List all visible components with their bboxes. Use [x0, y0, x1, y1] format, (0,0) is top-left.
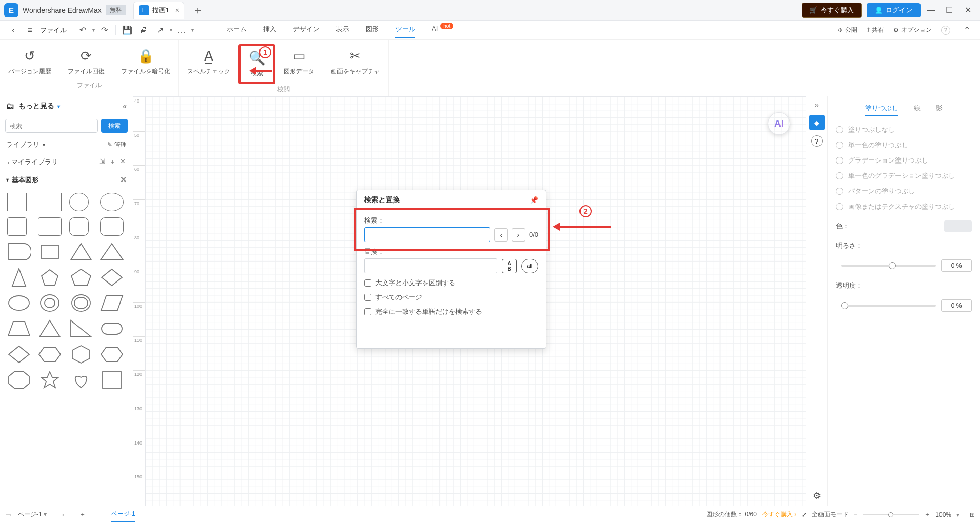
fill-pattern-radio[interactable]: パターンの塗りつぶし: [836, 187, 972, 196]
close-icon[interactable]: ✕: [120, 157, 126, 167]
shape-trapezoid[interactable]: [7, 319, 31, 338]
library-label[interactable]: ライブラリ: [6, 140, 39, 149]
zoom-slider[interactable]: [863, 514, 919, 515]
fill-image-radio[interactable]: 画像またはテクスチャの塗りつぶし: [836, 202, 972, 211]
shape-hexagon[interactable]: [69, 345, 93, 364]
menu-tab-ai[interactable]: AIhot: [432, 22, 453, 38]
chevron-down-icon[interactable]: ▾: [6, 177, 9, 183]
shape-rectangle[interactable]: [38, 193, 62, 211]
save-icon[interactable]: 💾: [120, 23, 134, 37]
rp-tab-line[interactable]: 線: [914, 102, 921, 116]
shape-frame[interactable]: [38, 242, 62, 262]
spellcheck-button[interactable]: A̲スペルチェック: [179, 44, 238, 84]
shape-triangle-2[interactable]: [38, 319, 62, 338]
shape-double-circle[interactable]: [38, 293, 62, 313]
sidebar-search-input[interactable]: [5, 119, 98, 133]
minimize-icon[interactable]: —: [923, 3, 939, 17]
buy-link[interactable]: 今すぐ購入 ›: [762, 510, 796, 519]
fit-icon[interactable]: ⤢: [802, 511, 807, 518]
close-tab-icon[interactable]: ×: [175, 6, 179, 14]
export-icon[interactable]: ↗: [153, 23, 167, 37]
undo-icon[interactable]: ↶: [75, 23, 90, 37]
shape-circle[interactable]: [69, 193, 89, 211]
close-window-icon[interactable]: ✕: [959, 3, 976, 17]
shape-square-thick[interactable]: [100, 370, 124, 390]
buy-now-button[interactable]: 今すぐ購入: [802, 3, 862, 18]
version-history-button[interactable]: ↺バージョン履歴: [0, 44, 59, 80]
login-button[interactable]: ログイン: [867, 3, 921, 17]
prev-page-icon[interactable]: ‹: [62, 511, 64, 518]
shape-square[interactable]: [7, 193, 27, 211]
shape-stadium[interactable]: [100, 319, 124, 338]
replace-all-button[interactable]: all: [521, 259, 538, 273]
options-button[interactable]: ⚙オプション: [893, 26, 932, 34]
zoom-value[interactable]: 100%: [935, 511, 951, 518]
shape-ellipse-2[interactable]: [7, 293, 31, 313]
menu-tab-design[interactable]: デザイン: [293, 22, 319, 38]
help-icon[interactable]: ?: [941, 26, 950, 35]
menu-tab-insert[interactable]: 挿入: [263, 22, 276, 38]
shape-octagon[interactable]: [7, 370, 31, 390]
file-recovery-button[interactable]: ⟳ファイル回復: [59, 44, 113, 80]
settings-icon[interactable]: ⚙: [809, 486, 825, 506]
shape-rounded-square[interactable]: [7, 217, 27, 236]
add-icon[interactable]: ＋: [109, 157, 116, 167]
print-icon[interactable]: 🖨: [136, 23, 151, 37]
page-selector[interactable]: ページ-1 ▾: [18, 510, 47, 519]
fill-tab-icon[interactable]: ◆: [809, 115, 825, 130]
my-library-item[interactable]: マイライブラリ: [11, 157, 58, 167]
opacity-slider[interactable]: [841, 305, 936, 307]
shape-ring[interactable]: [69, 293, 93, 313]
brightness-slider[interactable]: [841, 265, 936, 267]
collapse-sidebar-icon[interactable]: «: [123, 102, 127, 110]
share-button[interactable]: ⤴共有: [867, 26, 884, 34]
collapse-right-icon[interactable]: »: [814, 100, 819, 110]
fill-gradient-radio[interactable]: グラデーション塗りつぶし: [836, 156, 972, 165]
shape-ellipse[interactable]: [100, 193, 124, 211]
find-next-button[interactable]: ›: [512, 228, 525, 242]
replace-input[interactable]: [364, 258, 497, 273]
find-input[interactable]: [364, 227, 490, 242]
fill-solid-radio[interactable]: 単一色の塗りつぶし: [836, 140, 972, 150]
brightness-value[interactable]: 0 %: [941, 259, 972, 272]
shape-rounded-rect[interactable]: [38, 217, 62, 236]
chevron-right-icon[interactable]: ›: [7, 158, 9, 166]
manage-library-button[interactable]: ✎管理: [107, 140, 127, 149]
add-tab-button[interactable]: ＋: [192, 3, 204, 18]
shape-and-gate[interactable]: [7, 242, 31, 262]
import-icon[interactable]: ⇲: [99, 157, 105, 167]
page-list-icon[interactable]: ▭: [5, 511, 11, 518]
shape-parallelogram[interactable]: [100, 293, 124, 313]
shape-right-triangle[interactable]: [69, 319, 93, 338]
chevron-down-icon[interactable]: ▾: [57, 104, 60, 109]
fill-solid-gradient-radio[interactable]: 単一色のグラデーション塗りつぶし: [836, 171, 972, 180]
menu-icon[interactable]: ≡: [23, 23, 37, 37]
add-page-icon[interactable]: ＋: [79, 510, 86, 519]
help-icon[interactable]: ?: [811, 135, 823, 147]
sidebar-search-button[interactable]: 検索: [101, 119, 128, 133]
shape-heart[interactable]: [69, 370, 93, 390]
rp-tab-fill[interactable]: 塗りつぶし: [865, 102, 898, 116]
publish-button[interactable]: ✈公開: [838, 26, 857, 34]
shape-data-button[interactable]: ▭図形データ: [275, 44, 323, 84]
fullscreen-mode[interactable]: 全画面モード: [812, 510, 849, 519]
file-menu[interactable]: ファイル: [40, 26, 67, 35]
shape-star[interactable]: [38, 370, 62, 390]
sidebar-more-label[interactable]: もっと見る: [18, 102, 54, 111]
shape-triangle-tall[interactable]: [7, 268, 31, 287]
find-prev-button[interactable]: ‹: [494, 228, 508, 242]
maximize-icon[interactable]: ☐: [941, 3, 957, 17]
shape-rounded-square-2[interactable]: [69, 217, 89, 236]
color-well[interactable]: [944, 220, 972, 232]
ai-assistant-button[interactable]: AI: [768, 112, 790, 135]
shape-hexagon-flat[interactable]: [38, 345, 62, 364]
match-case-checkbox[interactable]: 大文字と小文字を区別する: [364, 278, 538, 288]
page-tab[interactable]: ページ-1: [111, 507, 135, 522]
grid-view-icon[interactable]: ⊞: [970, 511, 975, 518]
opacity-value[interactable]: 0 %: [941, 299, 972, 312]
replace-one-button[interactable]: AB: [502, 259, 517, 273]
zoom-in-icon[interactable]: ＋: [924, 510, 930, 519]
close-shapes-icon[interactable]: ✕: [120, 175, 127, 185]
redo-icon[interactable]: ↷: [97, 23, 111, 37]
back-icon[interactable]: ‹: [6, 23, 21, 37]
